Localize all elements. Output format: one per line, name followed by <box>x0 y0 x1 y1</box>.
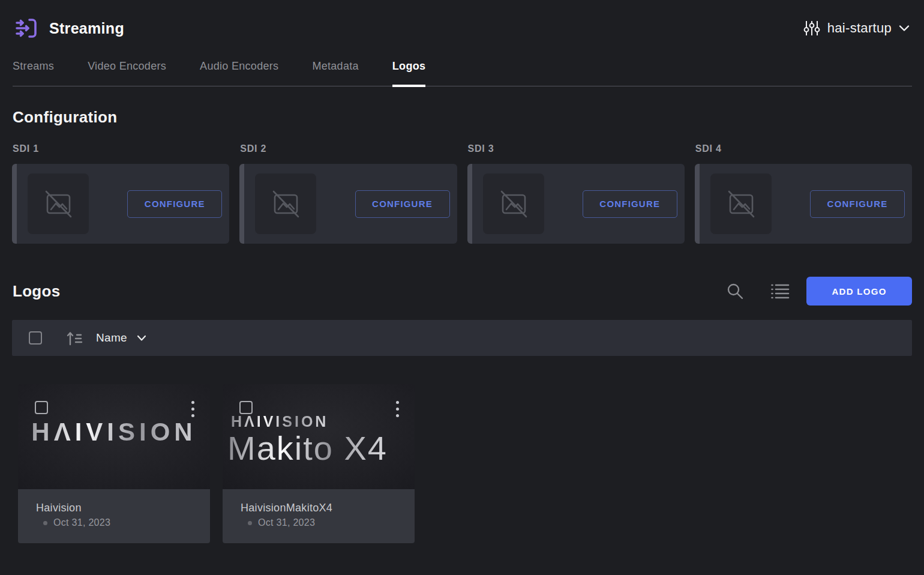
logo-card-footer: HaivisionMakitoX4 Oct 31, 2023 <box>223 489 415 543</box>
tab-bar: Streams Video Encoders Audio Encoders Me… <box>13 60 912 86</box>
logo-date: Oct 31, 2023 <box>258 517 315 528</box>
logos-heading: Logos <box>13 282 61 301</box>
logo-artwork-brand: HΛIVISION <box>231 413 328 430</box>
select-all-checkbox[interactable] <box>29 331 42 345</box>
configure-button[interactable]: CONFIGURE <box>127 190 222 218</box>
logo-preview-placeholder <box>710 173 772 234</box>
tab-audio-encoders[interactable]: Audio Encoders <box>200 60 278 86</box>
account-menu[interactable]: hai-startup <box>803 20 910 37</box>
add-logo-button[interactable]: ADD LOGO <box>806 277 912 306</box>
app-header: Streaming hai-startup <box>0 0 924 41</box>
logo-thumbnail: HΛIVISION Makito X4 <box>223 384 415 489</box>
logo-card-haivision-makito-x4[interactable]: HΛIVISION Makito X4 HaivisionMakitoX4 Oc… <box>223 384 415 543</box>
logo-checkbox[interactable] <box>35 401 48 414</box>
chevron-down-icon[interactable] <box>137 335 146 342</box>
logo-date: Oct 31, 2023 <box>53 517 110 528</box>
logo-date-row: Oct 31, 2023 <box>241 517 415 528</box>
logo-card-footer: Haivision Oct 31, 2023 <box>18 489 210 543</box>
sdi-label: SDI 4 <box>695 143 912 154</box>
sdi-card: CONFIGURE <box>467 164 685 244</box>
tab-logos[interactable]: Logos <box>392 60 426 86</box>
list-view-icon <box>770 283 790 300</box>
streaming-icon <box>13 16 38 41</box>
configuration-heading: Configuration <box>13 108 912 127</box>
image-off-icon <box>269 187 302 221</box>
sort-ascending-icon <box>66 330 83 346</box>
logos-header: Logos ADD LOGO <box>13 277 912 306</box>
search-icon <box>726 282 744 300</box>
logos-toolbar: Name <box>12 320 912 356</box>
logos-controls: ADD LOGO <box>726 277 912 306</box>
logo-name: HaivisionMakitoX4 <box>241 502 415 514</box>
logo-date-row: Oct 31, 2023 <box>36 517 210 528</box>
header-left: Streaming <box>13 16 124 41</box>
sdi-slot-1: SDI 1 CONFIGURE <box>12 143 229 244</box>
logo-artwork-text: HΛIVISION <box>18 418 210 447</box>
sort-field-dropdown[interactable]: Name <box>96 331 127 345</box>
kebab-menu-icon[interactable] <box>189 399 197 420</box>
account-name: hai-startup <box>827 20 892 36</box>
bullet-icon <box>43 521 47 525</box>
sdi-label: SDI 3 <box>467 143 685 154</box>
sliders-icon <box>803 20 820 37</box>
sdi-card: CONFIGURE <box>695 164 912 244</box>
sdi-label: SDI 1 <box>12 143 229 154</box>
sdi-slot-3: SDI 3 CONFIGURE <box>467 143 685 244</box>
sdi-card: CONFIGURE <box>239 164 457 244</box>
sdi-slot-4: SDI 4 CONFIGURE <box>695 143 912 244</box>
logo-card-haivision[interactable]: HΛIVISION Haivision Oct 31, 2023 <box>18 384 210 543</box>
logo-preview-placeholder <box>255 173 316 234</box>
logo-checkbox[interactable] <box>239 401 253 414</box>
configure-button[interactable]: CONFIGURE <box>355 190 450 218</box>
tab-metadata[interactable]: Metadata <box>312 60 358 86</box>
sdi-card: CONFIGURE <box>12 164 229 244</box>
search-button[interactable] <box>726 282 744 300</box>
page-title: Streaming <box>49 20 124 37</box>
logo-name: Haivision <box>36 502 210 514</box>
logo-card-grid: HΛIVISION Haivision Oct 31, 2023 HΛIVISI… <box>18 384 924 543</box>
sdi-slot-2: SDI 2 CONFIGURE <box>239 143 457 244</box>
image-off-icon <box>724 187 758 221</box>
logo-preview-placeholder <box>28 173 89 234</box>
list-view-button[interactable] <box>770 283 790 300</box>
bullet-icon <box>248 521 252 525</box>
sdi-grid: SDI 1 CONFIGURE SDI 2 <box>12 143 912 244</box>
image-off-icon <box>497 187 530 221</box>
logo-thumbnail: HΛIVISION <box>18 384 210 489</box>
configure-button[interactable]: CONFIGURE <box>810 190 905 218</box>
configure-button[interactable]: CONFIGURE <box>583 190 677 218</box>
kebab-menu-icon[interactable] <box>394 399 401 420</box>
logo-preview-placeholder <box>483 173 544 234</box>
streaming-page: Streaming hai-startup Streams Video Enco… <box>0 0 924 575</box>
sdi-label: SDI 2 <box>239 143 457 154</box>
logo-artwork-product: Makito X4 <box>227 429 388 468</box>
tab-streams[interactable]: Streams <box>13 60 54 86</box>
sort-direction-button[interactable] <box>66 330 83 346</box>
chevron-down-icon <box>899 25 910 32</box>
image-off-icon <box>41 187 75 221</box>
tab-video-encoders[interactable]: Video Encoders <box>88 60 166 86</box>
